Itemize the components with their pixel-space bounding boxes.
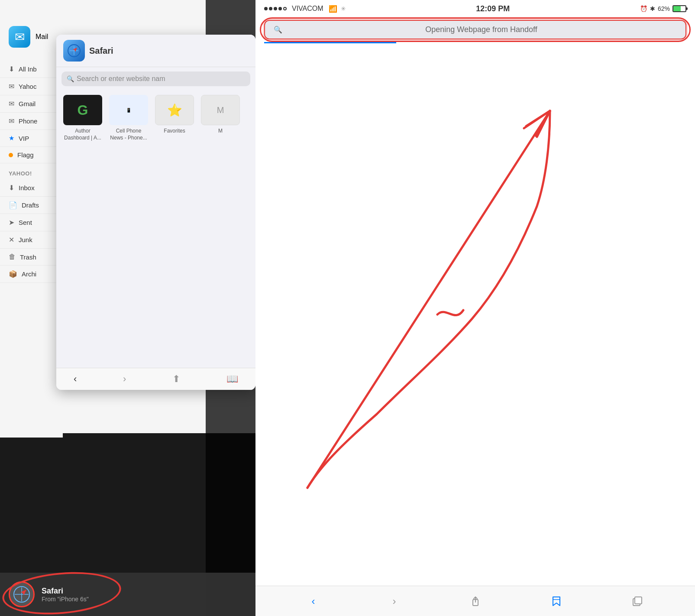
drawn-arrow-annotation [255,43,695,586]
signal-dot-4 [278,7,282,10]
mail-title: Mail [36,33,48,41]
mail-label-trash: Trash [20,253,36,261]
archive-icon: 📦 [9,270,17,278]
yahoo-icon: ✉ [9,82,14,91]
trash-icon: 🗑 [9,253,16,261]
mail-item-yahoo-inbox[interactable]: ⬇ Inbox [0,179,63,197]
signal-extra-icon: ✳ [341,5,346,12]
safari-bookmarks: G Author Dashboard | A... 📱 Cell Phone N… [56,91,255,146]
battery-percentage: 62% [658,5,670,12]
mail-label-gmail: Gmail [19,100,36,107]
mail-item-allinbox[interactable]: ⬇ All Inb [0,61,63,78]
handoff-banner[interactable]: Safari From "iPhone 6s" [0,573,255,616]
bookmark-label-more: M [218,128,223,135]
main-content-area [255,43,695,586]
mail-label-phone: Phone [19,117,37,125]
url-bar[interactable]: 🔍 Opening Webpage from Handoff [264,20,686,39]
mail-app-icon[interactable]: ✉ [9,26,30,48]
safari-url-bar-container: 🔍 Opening Webpage from Handoff [255,17,695,42]
left-panel: ✉ Mail ⬇ All Inb ✉ Yahoc ✉ Gmail ✉ Phone… [0,0,255,616]
handoff-safari-icon [9,581,35,607]
back-button[interactable]: ‹ [74,373,77,385]
mail-label-junk: Junk [19,236,32,243]
nav-share-button[interactable] [465,590,486,612]
url-bar-text: Opening Webpage from Handoff [286,25,677,34]
bookmark-label-author: Author Dashboard | A... [63,128,102,141]
bookmark-label-favorites: Favorites [164,128,185,135]
bookmark-cell-phone-news[interactable]: 📱 Cell Phone News - Phone... [109,95,148,141]
star-icon: ★ [9,134,14,142]
inbox-icon: ⬇ [9,65,14,73]
junk-icon: ✕ [9,236,14,244]
nav-tabs-button[interactable] [627,590,648,612]
mail-item-phone[interactable]: ✉ Phone [0,113,63,130]
flag-dot-icon [9,153,13,157]
svg-rect-18 [635,597,642,604]
handoff-title: Safari [42,587,89,596]
mail-label-yahoo: Yahoc [19,83,36,90]
inbox2-icon: ⬇ [9,184,14,192]
mail-item-vip[interactable]: ★ VIP [0,130,63,147]
svg-marker-3 [73,46,78,52]
bookmarks-button[interactable]: 📖 [226,373,238,385]
mail-item-junk[interactable]: ✕ Junk [0,231,63,249]
signal-dot-5 [283,7,287,10]
nav-back-button[interactable]: ‹ [303,590,324,612]
cell-phone-news-thumb: 📱 [109,95,148,125]
mail-label-vip: VIP [19,135,29,142]
mail-item-sent[interactable]: ➤ Sent [0,214,63,231]
mail-item-trash[interactable]: 🗑 Trash [0,249,63,266]
mail-item-gmail[interactable]: ✉ Gmail [0,95,63,113]
status-right-icons: ⏰ ✱ 62% [640,5,686,12]
alarm-icon: ⏰ [640,5,647,12]
search-icon: 🔍 [67,75,74,82]
mail-sidebar: ⬇ All Inb ✉ Yahoc ✉ Gmail ✉ Phone ★ VIP … [0,61,63,438]
mail-label-allinbox: All Inb [19,65,37,73]
forward-button[interactable]: › [123,373,126,385]
author-dashboard-thumb: G [63,95,102,125]
more-thumb-icon: M [217,105,224,115]
phone-news-thumb-text: 📱 [126,108,131,113]
mail-item-yahoo[interactable]: ✉ Yahoc [0,78,63,95]
bookmark-author-dashboard[interactable]: G Author Dashboard | A... [63,95,102,141]
sent-icon: ➤ [9,218,14,227]
status-time: 12:09 PM [349,4,637,13]
bluetooth-icon: ✱ [650,5,655,12]
battery-icon [672,5,686,12]
gmail-icon: ✉ [9,100,14,108]
carrier-name: VIVACOM [292,5,323,13]
mail-label-sent: Sent [19,219,32,226]
mail-item-drafts[interactable]: 📄 Drafts [0,197,63,214]
yahoo-section-header: YAHOO! [0,163,63,179]
search-icon-url: 🔍 [274,26,282,34]
signal-dot-2 [269,7,272,10]
handoff-text-block: Safari From "iPhone 6s" [42,587,89,603]
bookmark-more[interactable]: M M [201,95,240,141]
status-bar: VIVACOM 📶 ✳ 12:09 PM ⏰ ✱ 62% [255,0,695,17]
safari-search-bar[interactable]: 🔍 Search or enter website nam [61,71,250,86]
share-button[interactable]: ⬆ [172,373,180,385]
nav-bookmarks-button[interactable] [546,590,567,612]
favorites-thumb: ⭐ [155,95,194,125]
safari-overlay[interactable]: Safari 🔍 Search or enter website nam G A… [56,35,255,390]
mail-item-archive[interactable]: 📦 Archi [0,266,63,283]
safari-nav-bar: ‹ › ⬆ 📖 [56,368,255,390]
mail-label-archive: Archi [22,270,36,278]
wifi-icon: 📶 [329,5,337,13]
phone-mail-icon: ✉ [9,117,14,125]
favorites-thumb-icon: ⭐ [167,103,182,117]
mail-label-flagged: Flagg [17,151,34,159]
signal-dot-3 [274,7,277,10]
right-panel: VIVACOM 📶 ✳ 12:09 PM ⏰ ✱ 62% 🔍 Opening W… [255,0,695,616]
bookmark-favorites[interactable]: ⭐ Favorites [155,95,194,141]
drafts-icon: 📄 [9,201,17,209]
mail-label-yahoo-inbox: Inbox [19,184,35,191]
signal-indicator [264,7,287,10]
more-thumb: M [201,95,240,125]
signal-dot-1 [264,7,268,10]
bookmark-label-cellphone: Cell Phone News - Phone... [109,128,148,141]
nav-forward-button[interactable]: › [384,590,405,612]
safari-bottom-nav: ‹ › [255,586,695,616]
mail-label-drafts: Drafts [22,201,39,209]
mail-item-flagged[interactable]: Flagg [0,147,63,163]
